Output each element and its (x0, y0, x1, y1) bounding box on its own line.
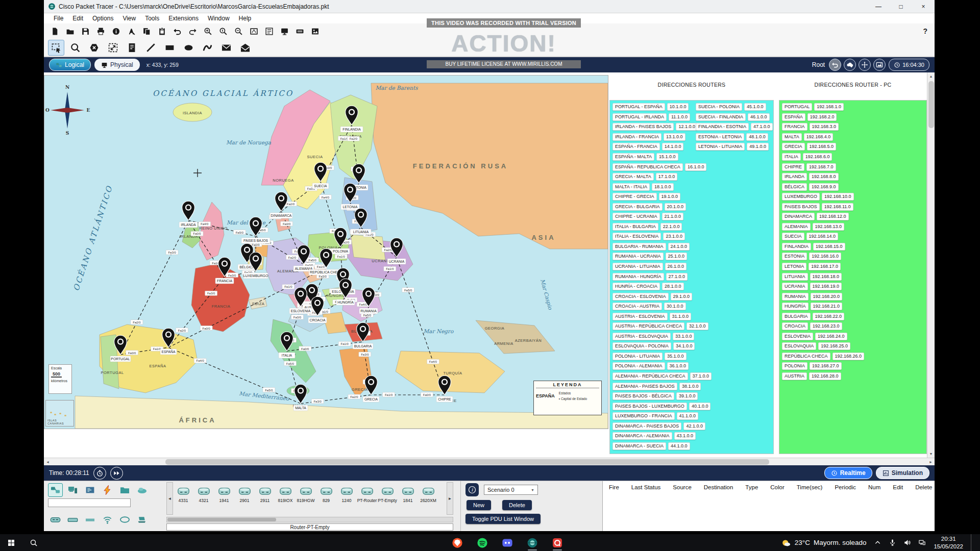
viewport-button[interactable] (873, 59, 886, 71)
category-switches[interactable] (65, 513, 80, 527)
device-829[interactable]: 829 (316, 482, 336, 516)
logical-workspace[interactable]: NSEOOCÉANO GLACIAL ÁRTICOOCÉANO ATLÁNTIC… (44, 72, 935, 458)
tray-volume[interactable] (903, 539, 911, 546)
workspace-clock[interactable]: 16:04:30 (889, 59, 929, 71)
device-4321[interactable]: 4321 (193, 482, 214, 516)
tray-network[interactable] (918, 539, 926, 546)
inspect-tool-button[interactable] (67, 40, 83, 56)
category-end-devices[interactable] (65, 483, 80, 497)
zoom-in-button[interactable] (201, 24, 215, 38)
tray-microphone[interactable] (889, 539, 896, 546)
maximize-button[interactable]: □ (890, 0, 912, 13)
drawing-palette-button[interactable] (247, 24, 261, 38)
paste-button[interactable] (155, 24, 169, 38)
new-file-button[interactable] (48, 24, 62, 38)
category-multiuser[interactable] (135, 483, 150, 497)
draw-ellipse-tool-button[interactable] (180, 40, 197, 56)
device-list-left-arrow[interactable]: ◄ (166, 482, 173, 515)
trial-banner-link[interactable]: BUY LIFETIME LICENSE AT WWW.MIRILLIS.COM (427, 60, 581, 68)
simulation-mode-button[interactable]: Simulation (876, 467, 929, 479)
add-complex-pdu-tool-button[interactable] (237, 40, 253, 56)
taskbar-app-packet-tracer[interactable] (526, 534, 538, 551)
draw-line-tool-button[interactable] (142, 40, 159, 56)
router-pin-malta[interactable] (295, 384, 307, 404)
tab-physical[interactable]: Physical (94, 59, 140, 71)
zoom-out-button[interactable] (232, 24, 246, 38)
tray-chevron-up[interactable] (874, 539, 881, 546)
new-scenario-button[interactable]: New (467, 500, 491, 510)
category-wan-emulation[interactable] (135, 513, 150, 527)
category-connections[interactable] (100, 483, 115, 497)
device-1240[interactable]: 1240 (336, 482, 357, 516)
device-4331[interactable]: 4331 (173, 482, 193, 516)
device-1841[interactable]: 1841 (398, 482, 418, 516)
taskbar-weather[interactable]: 23°C Mayorm. soleado (781, 538, 867, 548)
save-button[interactable] (79, 24, 92, 38)
zoom-reset-button[interactable] (216, 24, 230, 38)
undo-button[interactable] (170, 24, 184, 38)
realtime-mode-button[interactable]: Realtime (824, 467, 872, 479)
menu-view[interactable]: View (118, 15, 140, 22)
menu-options[interactable]: Options (88, 15, 118, 22)
category-miscellaneous[interactable] (117, 483, 132, 497)
menu-window[interactable]: Window (203, 15, 234, 22)
device-pt-router[interactable]: PT-Router (357, 482, 377, 516)
scroll-up-arrow[interactable]: ▲ (927, 72, 935, 80)
taskbar-app-discord[interactable] (501, 534, 513, 551)
scroll-right-arrow[interactable]: ► (927, 458, 935, 465)
category-routers[interactable] (48, 513, 63, 527)
resize-shape-tool-button[interactable] (105, 40, 121, 56)
open-file-button[interactable] (63, 24, 77, 38)
minimize-button[interactable]: — (867, 0, 890, 13)
device-pt-empty[interactable]: PT-Empty (377, 482, 398, 516)
network-description-button[interactable] (125, 24, 138, 38)
pan-tool-button[interactable] (859, 59, 871, 71)
horizontal-scrollbar[interactable]: ◄ ► (44, 458, 935, 465)
fast-forward-button[interactable] (110, 467, 123, 480)
device-819hgw[interactable]: 819HGW (296, 482, 316, 516)
device-scroll-thumb[interactable] (167, 518, 276, 521)
toggle-pdu-list-button[interactable]: Toggle PDU List Window (465, 514, 541, 524)
category-network-devices[interactable] (48, 483, 63, 497)
horizontal-scroll-thumb[interactable] (165, 459, 769, 465)
snapshot-cloud-button[interactable] (844, 59, 856, 71)
back-button[interactable] (829, 59, 841, 71)
router-pin-dinamarca[interactable] (275, 192, 288, 211)
taskbar-app-brave[interactable] (451, 534, 463, 551)
router-pin-chipre[interactable] (438, 375, 451, 395)
category-components[interactable] (83, 483, 97, 497)
taskbar-app-spotify[interactable] (476, 534, 488, 551)
router-pin-paises-bajos[interactable] (250, 217, 262, 236)
category-wireless-devices[interactable] (100, 513, 115, 527)
device-2911[interactable]: 2911 (255, 482, 275, 516)
vertical-scrollbar[interactable]: ▲ ▼ (927, 72, 935, 458)
device-1941[interactable]: 1941 (214, 482, 234, 516)
menu-edit[interactable]: Edit (68, 15, 88, 22)
device-list-right-arrow[interactable]: ► (447, 482, 453, 515)
power-cycle-button[interactable] (93, 467, 106, 480)
category-hubs[interactable] (83, 513, 97, 527)
category-security[interactable] (117, 513, 132, 527)
delete-scenario-button[interactable]: Delete (502, 500, 532, 510)
copy-button[interactable] (140, 24, 154, 38)
close-button[interactable]: × (912, 0, 935, 13)
snapshot-image-button[interactable] (308, 24, 322, 38)
start-button[interactable] (0, 534, 22, 551)
menu-extensions[interactable]: Extensions (164, 15, 203, 22)
add-simple-pdu-tool-button[interactable] (218, 40, 234, 56)
device-819iox[interactable]: 819IOX (275, 482, 296, 516)
taskbar-search-button[interactable] (22, 534, 45, 551)
device-2901[interactable]: 2901 (234, 482, 255, 516)
scroll-down-arrow[interactable]: ▼ (927, 450, 935, 458)
taskbar-app-action[interactable] (551, 534, 564, 551)
print-button[interactable] (94, 24, 108, 38)
select-tool-button[interactable] (48, 40, 64, 56)
place-note-tool-button[interactable] (124, 40, 140, 56)
router-pin-irlanda[interactable] (182, 201, 195, 220)
menu-help[interactable]: Help (234, 15, 256, 22)
tab-logical[interactable]: Logical (49, 59, 91, 71)
draw-rectangle-tool-button[interactable] (161, 40, 178, 56)
scenario-info-button[interactable]: i (465, 483, 479, 496)
draw-freeform-tool-button[interactable] (199, 40, 215, 56)
menu-tools[interactable]: Tools (140, 15, 164, 22)
